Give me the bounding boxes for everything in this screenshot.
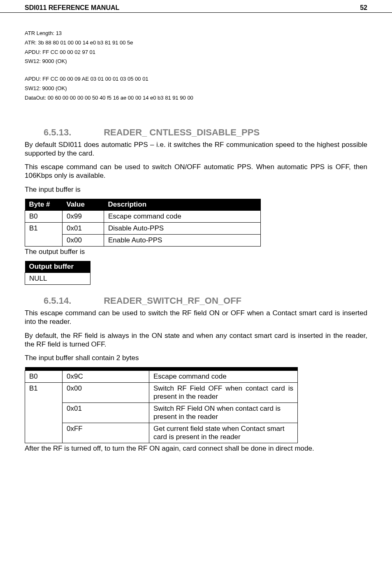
code-line: ATR Length: 13 xyxy=(25,29,367,38)
col-header: Output buffer xyxy=(25,261,90,273)
col-header xyxy=(149,367,298,371)
cell: Switch RF Field OFF when contact card is… xyxy=(149,383,298,403)
section-title: READER_SWITCH_RF_ON_OFF xyxy=(104,295,241,306)
cell: 0x01 xyxy=(63,222,104,234)
cell: Get current field state when Contact sma… xyxy=(149,423,298,443)
cell: 0xFF xyxy=(63,423,149,443)
code-line: SW12: 9000 (OK) xyxy=(25,57,367,66)
section-heading-6-5-14: 6.5.14. READER_SWITCH_RF_ON_OFF xyxy=(44,295,367,306)
table-row: B0 0x99 Escape command code xyxy=(25,210,261,222)
input-buffer-table-2: B0 0x9C Escape command code B1 0x00 Swit… xyxy=(25,367,298,443)
page-number: 52 xyxy=(360,4,367,12)
cell: B1 xyxy=(25,222,63,246)
doc-title: SDI011 REFERENCE MANUAL xyxy=(25,4,119,12)
cell: Escape command code xyxy=(104,210,261,222)
col-header xyxy=(25,367,63,371)
paragraph: After the RF is turned off, to turn the … xyxy=(25,444,367,453)
section-title: READER_ CNTLESS_DISABLE_PPS xyxy=(104,127,260,137)
cell: 0x01 xyxy=(63,403,149,423)
table-row: B0 0x9C Escape command code xyxy=(25,371,298,383)
cell: B1 xyxy=(25,383,63,443)
col-header: Value xyxy=(63,199,104,211)
cell: Enable Auto-PPS xyxy=(104,234,261,246)
cell: B0 xyxy=(25,210,63,222)
section-number: 6.5.13. xyxy=(44,127,101,138)
paragraph: This escape command can be used to switc… xyxy=(25,309,367,326)
paragraph: This escape command can be used to switc… xyxy=(25,163,367,180)
cell: Switch RF Field ON when contact card is … xyxy=(149,403,298,423)
paragraph: By default, the RF field is always in th… xyxy=(25,331,367,349)
paragraph: The input buffer is xyxy=(25,185,367,194)
cell: Disable Auto-PPS xyxy=(104,222,261,234)
input-buffer-table-1: Byte # Value Description B0 0x99 Escape … xyxy=(25,199,261,247)
table-row: NULL xyxy=(25,273,90,285)
table-row: B1 0x01 Disable Auto-PPS xyxy=(25,222,261,234)
col-header: Byte # xyxy=(25,199,63,211)
cell: B0 xyxy=(25,371,63,383)
paragraph: The output buffer is xyxy=(25,247,367,256)
table-row: 0x01 Switch RF Field ON when contact car… xyxy=(25,403,298,423)
output-buffer-table: Output buffer NULL xyxy=(25,261,90,285)
cell: 0x99 xyxy=(63,210,104,222)
page-header: SDI011 REFERENCE MANUAL 52 xyxy=(0,0,392,13)
code-line: DataOut: 00 60 00 00 00 00 50 40 f5 16 a… xyxy=(25,94,367,102)
code-output-block: ATR Length: 13 ATR: 3b 88 80 01 00 00 14… xyxy=(25,29,367,102)
paragraph: By default SDI011 does automatic PPS – i… xyxy=(25,140,367,158)
cell: 0x00 xyxy=(63,234,104,246)
section-number: 6.5.14. xyxy=(44,295,101,306)
col-header: Description xyxy=(104,199,261,211)
cell: NULL xyxy=(25,273,90,285)
code-line: SW12: 9000 (OK) xyxy=(25,84,367,93)
table-row: B1 0x00 Switch RF Field OFF when contact… xyxy=(25,383,298,403)
cell: 0x00 xyxy=(63,383,149,403)
cell: 0x9C xyxy=(63,371,149,383)
code-line: ATR: 3b 88 80 01 00 00 14 e0 b3 81 91 00… xyxy=(25,39,367,47)
code-line: APDU: FF CC 00 00 02 97 01 xyxy=(25,48,367,57)
table-row: 0xFF Get current field state when Contac… xyxy=(25,423,298,443)
page-content: ATR Length: 13 ATR: 3b 88 80 01 00 00 14… xyxy=(0,29,392,475)
section-heading-6-5-13: 6.5.13. READER_ CNTLESS_DISABLE_PPS xyxy=(44,127,367,138)
paragraph: The input buffer shall contain 2 bytes xyxy=(25,354,367,362)
col-header xyxy=(63,367,149,371)
cell: Escape command code xyxy=(149,371,298,383)
code-line: APDU: FF CC 00 00 09 AE 03 01 00 01 03 0… xyxy=(25,75,367,84)
